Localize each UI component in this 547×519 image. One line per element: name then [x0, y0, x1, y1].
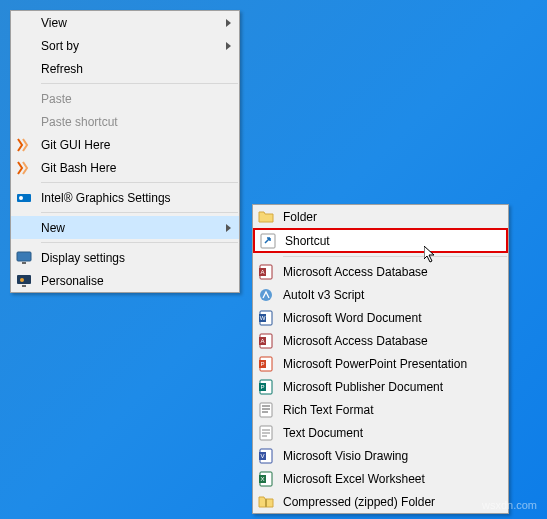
access-icon: A [257, 332, 275, 350]
svg-rect-3 [22, 262, 26, 264]
menu-item-label: Microsoft Excel Worksheet [283, 472, 500, 486]
menu-item-label: Paste shortcut [41, 115, 231, 129]
excel-icon: X [257, 470, 275, 488]
word-icon: W [257, 309, 275, 327]
menu-item-label: Personalise [41, 274, 231, 288]
menu-item-git-bash-here[interactable]: Git Bash Here [11, 156, 239, 179]
svg-text:P: P [260, 361, 264, 367]
new-item-microsoft-powerpoint-presentation[interactable]: PMicrosoft PowerPoint Presentation [253, 352, 508, 375]
new-item-autoit-v3-script[interactable]: AutoIt v3 Script [253, 283, 508, 306]
svg-point-1 [19, 196, 23, 200]
new-item-microsoft-access-database[interactable]: AMicrosoft Access Database [253, 260, 508, 283]
menu-item-label: New [41, 221, 220, 235]
new-item-microsoft-publisher-document[interactable]: PMicrosoft Publisher Document [253, 375, 508, 398]
shortcut-icon [259, 232, 277, 250]
menu-item-label: Git GUI Here [41, 138, 231, 152]
chevron-right-icon [226, 224, 231, 232]
menu-item-label: Shortcut [285, 234, 498, 248]
menu-separator [41, 83, 238, 84]
menu-separator [41, 182, 238, 183]
menu-item-label: Microsoft Publisher Document [283, 380, 500, 394]
svg-text:P: P [260, 384, 264, 390]
svg-point-5 [20, 278, 24, 282]
menu-item-label: Git Bash Here [41, 161, 231, 175]
access-icon: A [257, 263, 275, 281]
menu-item-git-gui-here[interactable]: Git GUI Here [11, 133, 239, 156]
menu-item-label: Text Document [283, 426, 500, 440]
menu-separator [41, 242, 238, 243]
svg-rect-4 [17, 275, 31, 284]
menu-item-label: Refresh [41, 62, 231, 76]
new-item-microsoft-access-database[interactable]: AMicrosoft Access Database [253, 329, 508, 352]
svg-text:V: V [260, 453, 264, 459]
svg-text:X: X [260, 476, 264, 482]
menu-item-personalise[interactable]: Personalise [11, 269, 239, 292]
chevron-right-icon [226, 42, 231, 50]
new-item-rich-text-format[interactable]: Rich Text Format [253, 398, 508, 421]
new-item-folder[interactable]: Folder [253, 205, 508, 228]
menu-item-label: Microsoft Access Database [283, 334, 500, 348]
svg-rect-38 [265, 499, 267, 507]
menu-separator [283, 256, 507, 257]
rtf-icon [257, 401, 275, 419]
menu-item-label: View [41, 16, 220, 30]
svg-rect-2 [17, 252, 31, 261]
new-item-microsoft-word-document[interactable]: WMicrosoft Word Document [253, 306, 508, 329]
display-icon [15, 249, 33, 267]
menu-item-label: Display settings [41, 251, 231, 265]
menu-item-label: Microsoft PowerPoint Presentation [283, 357, 500, 371]
menu-separator [41, 212, 238, 213]
personalise-icon [15, 272, 33, 290]
menu-item-new[interactable]: New [11, 216, 239, 239]
new-item-compressed-zipped-folder[interactable]: Compressed (zipped) Folder [253, 490, 508, 513]
menu-item-label: Rich Text Format [283, 403, 500, 417]
git-orange-icon [15, 136, 33, 154]
menu-item-label: Sort by [41, 39, 220, 53]
svg-rect-6 [22, 285, 26, 287]
visio-icon: V [257, 447, 275, 465]
menu-item-label: Paste [41, 92, 231, 106]
menu-item-display-settings[interactable]: Display settings [11, 246, 239, 269]
menu-item-paste: Paste [11, 87, 239, 110]
menu-item-label: Microsoft Word Document [283, 311, 500, 325]
git-orange-icon [15, 159, 33, 177]
svg-text:A: A [260, 269, 264, 275]
menu-item-intel-graphics-settings[interactable]: Intel® Graphics Settings [11, 186, 239, 209]
new-item-microsoft-visio-drawing[interactable]: VMicrosoft Visio Drawing [253, 444, 508, 467]
publisher-icon: P [257, 378, 275, 396]
new-submenu: FolderShortcutAMicrosoft Access Database… [252, 204, 509, 514]
menu-item-paste-shortcut: Paste shortcut [11, 110, 239, 133]
new-item-microsoft-excel-worksheet[interactable]: XMicrosoft Excel Worksheet [253, 467, 508, 490]
menu-item-sort-by[interactable]: Sort by [11, 34, 239, 57]
autoit-icon [257, 286, 275, 304]
chevron-right-icon [226, 19, 231, 27]
menu-item-label: Intel® Graphics Settings [41, 191, 231, 205]
folder-icon [257, 208, 275, 226]
new-item-text-document[interactable]: Text Document [253, 421, 508, 444]
menu-item-label: Microsoft Access Database [283, 265, 500, 279]
menu-item-view[interactable]: View [11, 11, 239, 34]
menu-item-label: AutoIt v3 Script [283, 288, 500, 302]
text-icon [257, 424, 275, 442]
svg-rect-24 [260, 403, 272, 417]
intel-icon [15, 189, 33, 207]
powerpoint-icon: P [257, 355, 275, 373]
zip-icon [257, 493, 275, 511]
menu-item-label: Folder [283, 210, 500, 224]
new-item-shortcut[interactable]: Shortcut [253, 228, 508, 253]
desktop-context-menu: ViewSort byRefreshPastePaste shortcutGit… [10, 10, 240, 293]
menu-item-label: Compressed (zipped) Folder [283, 495, 500, 509]
svg-text:W: W [260, 315, 266, 321]
menu-item-label: Microsoft Visio Drawing [283, 449, 500, 463]
svg-text:A: A [260, 338, 264, 344]
menu-item-refresh[interactable]: Refresh [11, 57, 239, 80]
